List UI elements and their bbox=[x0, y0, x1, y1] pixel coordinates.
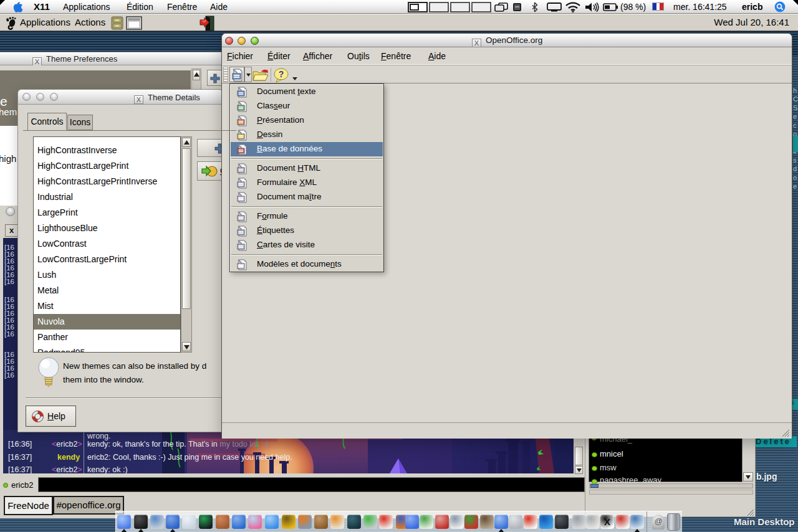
svg-text:?: ? bbox=[279, 69, 284, 79]
